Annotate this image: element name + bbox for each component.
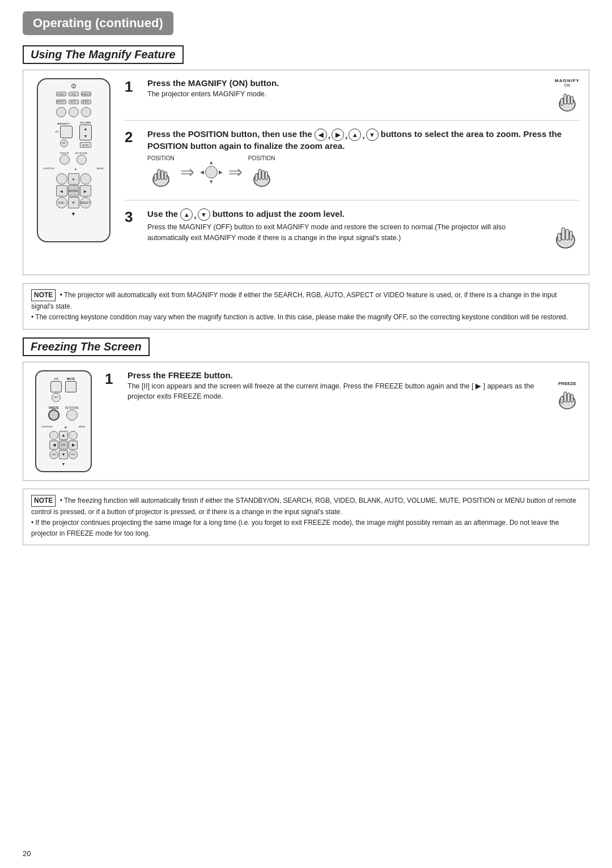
step-3-desc: Press the MAGNIFY (OFF) button to exit M… [147, 222, 546, 243]
svg-rect-26 [560, 396, 563, 403]
svg-rect-5 [571, 96, 573, 104]
step-2-num: 2 [125, 129, 142, 146]
hand-icon-1 [148, 163, 174, 189]
step-3-icon [551, 222, 580, 252]
page-title: Operating (continued) [23, 11, 173, 35]
hand-zoom-icon [551, 222, 580, 250]
freeze-section: Freezing The Screen ON OFF MUTE [23, 337, 589, 546]
freeze-note-text-2: • If the projector continues projecting … [31, 519, 559, 537]
magnify-steps-box: VIDEO RGB SEARCH ASPECT AUTO BLANK [23, 70, 589, 275]
svg-rect-14 [262, 170, 265, 179]
step-2-content: Press the POSITION button, then use the … [147, 129, 580, 193]
svg-rect-6 [560, 99, 563, 105]
magnify-note-text-2: • The correcting keystone condition may … [31, 313, 568, 321]
step-1: 1 Press the MAGNIFY (ON) button. The pro… [125, 78, 580, 121]
freeze-remote-image: ON OFF MUTE FREEZE [32, 370, 95, 472]
svg-rect-18 [562, 228, 565, 240]
svg-rect-23 [564, 392, 567, 402]
svg-rect-15 [265, 172, 268, 179]
svg-rect-24 [567, 393, 570, 402]
note-label-freeze: NOTE [31, 495, 56, 507]
svg-rect-4 [567, 95, 570, 104]
dpad-diagram: ▲ ◀ ▶ ▼ [200, 160, 223, 185]
step-1-title: Press the MAGNIFY (ON) button. [147, 78, 549, 88]
step-2-title-pre: Press the POSITION button, then use the [147, 129, 312, 139]
freeze-step-1: 1 Press the FREEZE button. The [II] icon… [105, 370, 580, 418]
position-hand-2: POSITION [248, 155, 275, 189]
magnify-section-title: Using The Magnify Feature [23, 45, 184, 64]
arrow-1: ⇒ [180, 162, 194, 182]
freeze-step-1-num: 1 [105, 370, 122, 388]
remote-image: VIDEO RGB SEARCH ASPECT AUTO BLANK [32, 78, 114, 267]
step-3-title-post: buttons to adjust the zoom level. [212, 209, 345, 219]
position-label-2: POSITION [248, 155, 275, 161]
svg-rect-16 [255, 174, 258, 181]
down-arrow-btn: ▼ [366, 129, 379, 141]
left-arrow-btn: ◀ [314, 129, 327, 141]
freeze-step-1-desc: The [II] icon appears and the screen wil… [128, 381, 549, 403]
position-diagram: POSITION ⇒ [147, 155, 580, 189]
position-label-1: POSITION [147, 155, 175, 161]
svg-rect-21 [558, 233, 561, 241]
freeze-steps-box: ON OFF MUTE FREEZE [23, 362, 589, 481]
up-arrow-btn: ▲ [348, 129, 361, 141]
svg-rect-19 [566, 229, 569, 240]
step-3-content: Use the ▲, ▼ buttons to adjust the zoom … [147, 208, 580, 252]
right-arrow-btn: ▶ [332, 129, 344, 141]
magnify-on-icon: MAGNIFY ON [555, 78, 580, 113]
arrow-2: ⇒ [228, 162, 243, 182]
svg-rect-25 [571, 394, 573, 402]
freeze-section-title: Freezing The Screen [23, 337, 150, 356]
down-btn: ▼ [198, 208, 210, 221]
svg-rect-20 [570, 231, 572, 240]
svg-rect-8 [158, 169, 160, 179]
magnify-note-text-1: • The projector will automatically exit … [31, 291, 557, 310]
freeze-remote-graphic: ON OFF MUTE FREEZE [35, 370, 92, 472]
freeze-note-box: NOTE • The freezing function will automa… [23, 489, 589, 546]
step-3-title: Use the ▲, ▼ buttons to adjust the zoom … [147, 208, 580, 221]
freeze-note-text-1: • The freezing function will automatical… [31, 496, 576, 515]
magnify-section: Using The Magnify Feature VIDEO RGB SEAR… [23, 45, 589, 330]
page-number: 20 [23, 849, 31, 858]
step-2-title: Press the POSITION button, then use the … [147, 129, 580, 151]
hand-freeze-icon [555, 386, 580, 411]
magnify-steps: 1 Press the MAGNIFY (ON) button. The pro… [125, 78, 580, 267]
svg-rect-13 [258, 169, 261, 179]
step-3-num: 3 [125, 208, 142, 226]
svg-rect-9 [161, 170, 164, 179]
freeze-steps: 1 Press the FREEZE button. The [II] icon… [105, 370, 580, 426]
note-label-magnify: NOTE [31, 289, 56, 301]
freeze-icon: FREEZE [555, 381, 580, 411]
step-3: 3 Use the ▲, ▼ buttons to adjust the zoo… [125, 208, 580, 259]
step-1-desc: The projector enters MAGNIFY mode. [147, 89, 549, 100]
svg-rect-11 [154, 174, 157, 181]
freeze-step-1-title: Press the FREEZE button. [128, 370, 580, 380]
step-1-content: Press the MAGNIFY (ON) button. The proje… [147, 78, 549, 103]
step-2: 2 Press the POSITION button, then use th… [125, 129, 580, 200]
svg-rect-3 [564, 94, 567, 104]
hand-press-icon [555, 88, 580, 113]
freeze-step-1-content: Press the FREEZE button. The [II] icon a… [128, 370, 580, 411]
magnify-note-box: NOTE • The projector will automatically … [23, 283, 589, 330]
position-hand-1: POSITION [147, 155, 175, 189]
svg-rect-10 [164, 172, 167, 179]
hand-icon-2 [249, 163, 275, 189]
step-1-num: 1 [125, 78, 142, 96]
step-3-title-pre: Use the [147, 209, 178, 219]
up-btn: ▲ [180, 208, 193, 221]
remote-control-graphic: VIDEO RGB SEARCH ASPECT AUTO BLANK [37, 78, 110, 242]
